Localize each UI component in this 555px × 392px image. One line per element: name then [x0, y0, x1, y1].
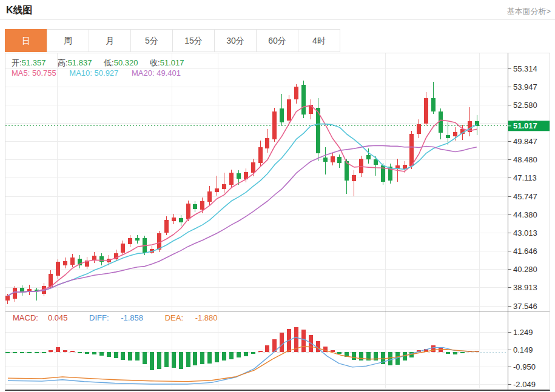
macd-bar [337, 352, 341, 354]
macd-bar [143, 352, 147, 364]
candle-body [287, 99, 291, 121]
macd-readout: MACD:0.045 DIFF: -1.858 DEA: -1.880 [13, 313, 237, 322]
price-axis-label: 41.646 [513, 247, 537, 256]
candle-body [186, 204, 190, 219]
price-axis-label: 52.580 [513, 101, 537, 110]
kline-chart-container: 55.31453.94752.58051.21349.84748.48047.1… [5, 53, 550, 391]
macd-bar [237, 352, 241, 357]
high-value: 51.837 [68, 58, 92, 67]
macd-bar [359, 352, 363, 360]
tab-日[interactable]: 日 [5, 29, 47, 52]
macd-bar [352, 352, 356, 360]
tab-5分[interactable]: 5分 [130, 29, 173, 52]
price-axis-label: 37.546 [513, 302, 537, 311]
tab-月[interactable]: 月 [89, 29, 131, 52]
candle-body [265, 138, 269, 148]
period-tab-bar: 日周月5分15分30分60分4时 [5, 29, 340, 52]
tab-60分[interactable]: 60分 [256, 29, 298, 52]
candle-body [99, 256, 104, 262]
dea-value: DEA: -1.880 [165, 313, 227, 322]
macd-axis-label: 1.249 [513, 328, 533, 337]
candle-body [439, 111, 443, 133]
high-label: 高: [58, 58, 68, 67]
candle-body [301, 85, 306, 115]
candle-body [409, 134, 414, 166]
macd-bar [229, 352, 234, 359]
low-value: 50.320 [114, 58, 138, 67]
candle-body [446, 135, 450, 139]
macd-bar [63, 350, 67, 352]
macd-bar [453, 352, 457, 354]
ma20-readout: MA20: 49.401 [132, 68, 181, 78]
candle-body [323, 158, 328, 162]
price-axis-label: 38.913 [513, 283, 537, 292]
macd-bar [150, 352, 154, 370]
macd-bar [49, 350, 53, 352]
candle-body [280, 108, 284, 122]
ma5-readout: MA5: 50.755 [12, 68, 56, 78]
diff-line [8, 337, 479, 384]
candle-body [237, 173, 241, 179]
macd-bar [135, 352, 140, 360]
price-axis-label: 43.013 [513, 228, 537, 238]
page-title: K线图 [6, 4, 33, 17]
candle-body [251, 162, 255, 173]
macd-bar [179, 352, 183, 369]
price-axis-label: 48.480 [513, 155, 537, 164]
macd-bar [13, 352, 17, 353]
candle-body [453, 132, 457, 136]
candle-body [258, 147, 263, 162]
diff-value: DIFF: -1.858 [89, 313, 153, 322]
candle-body [215, 188, 219, 193]
open-label: 开: [12, 58, 22, 67]
macd-bar [27, 352, 32, 353]
macd-bar [164, 352, 169, 367]
tab-30分[interactable]: 30分 [214, 29, 257, 52]
macd-bar [172, 352, 176, 368]
macd-bar [200, 352, 204, 364]
ohlc-readout: 开:51.357 高:51.837 低:50.320 收:51.017 [12, 58, 193, 68]
macd-bar [157, 352, 161, 369]
candle-body [352, 175, 356, 181]
macd-bar [5, 352, 10, 353]
open-value: 51.357 [22, 58, 46, 67]
macd-bar [193, 352, 197, 365]
macd-bar [215, 352, 219, 362]
tab-4时[interactable]: 4时 [298, 29, 340, 52]
candle-body [417, 124, 421, 135]
macd-bar [56, 347, 60, 352]
fundamental-analysis-link[interactable]: 基本面分析> [506, 6, 551, 17]
macd-histogram [5, 327, 479, 370]
axis-layer: 55.31453.94752.58051.21349.84748.48047.1… [5, 53, 550, 390]
macd-axis-label: -2.049 [513, 380, 536, 389]
macd-bar [92, 352, 96, 354]
macd-value: MACD:0.045 [13, 313, 77, 322]
macd-bar [114, 352, 118, 358]
candle-body [70, 257, 75, 264]
price-axis-label: 44.380 [513, 210, 537, 219]
price-axis-label: 55.314 [513, 64, 537, 73]
price-axis-label: 40.280 [513, 265, 537, 274]
ma5-line [8, 105, 477, 296]
macd-bar [99, 352, 104, 356]
ma10-readout: MA10: 50.927 [69, 68, 118, 78]
macd-bar [107, 352, 111, 357]
macd-bar [460, 352, 465, 353]
candle-body [272, 111, 277, 139]
macd-bar [42, 352, 46, 353]
current-price-badge-text: 51.017 [513, 121, 537, 130]
candle-body [424, 98, 428, 124]
macd-bar [186, 352, 190, 367]
macd-bar [121, 352, 125, 360]
price-axis-label: 47.113 [513, 173, 537, 182]
macd-bar [265, 345, 269, 352]
candle-body [366, 155, 371, 160]
tab-周[interactable]: 周 [47, 29, 89, 52]
candles [5, 81, 479, 304]
macd-bar [207, 352, 212, 364]
macd-bar [258, 351, 263, 352]
macd-axis-label: 0.149 [513, 345, 533, 354]
candle-body [179, 218, 183, 222]
kline-chart-canvas[interactable]: 55.31453.94752.58051.21349.84748.48047.1… [5, 53, 550, 390]
tab-15分[interactable]: 15分 [172, 29, 215, 52]
